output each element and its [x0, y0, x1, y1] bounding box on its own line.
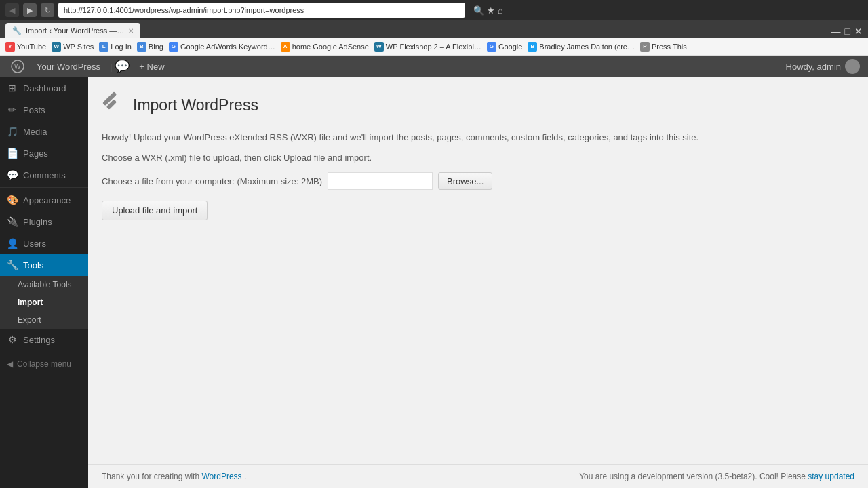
tools-icon: 🔧 — [7, 260, 18, 270]
appearance-icon: 🎨 — [7, 195, 18, 205]
close-tab-button[interactable]: ✕ — [128, 27, 134, 35]
file-input[interactable] — [328, 172, 433, 190]
version-text: You are using a development version (3.5… — [579, 472, 806, 481]
bookmark-login[interactable]: L Log In — [99, 42, 132, 52]
pressthis-favicon: P — [640, 42, 650, 52]
thank-you-text: Thank you for creating with — [102, 472, 199, 481]
tools-label: Tools — [23, 260, 43, 270]
google-favicon: G — [487, 42, 496, 52]
bookmark-adwords-label: Google AdWords Keyword… — [180, 43, 275, 51]
tab-bar: 🔧 Import ‹ Your WordPress —… ✕ — □ ✕ — [0, 20, 868, 38]
collapse-label: Collapse menu — [17, 359, 71, 369]
sidebar-item-users[interactable]: 👤 Users — [0, 232, 88, 254]
bookmark-flexishop[interactable]: W WP Flexishop 2 – A Flexibl… — [374, 42, 481, 52]
howdy-section: Howdy, admin — [786, 59, 860, 74]
settings-icon: ⚙ — [7, 334, 18, 345]
forward-button[interactable]: ▶ — [23, 3, 37, 17]
comments-icon: 💬 — [7, 169, 18, 180]
bookmarks-bar: Y YouTube W WP Sites L Log In B Bing G G… — [0, 38, 868, 56]
users-icon: 👤 — [7, 238, 18, 249]
bookmark-adsense[interactable]: A home Google AdSense — [281, 42, 369, 52]
bookmark-bradley[interactable]: B Bradley James Dalton (cre… — [528, 42, 635, 52]
sidebar-item-settings[interactable]: ⚙ Settings — [0, 329, 88, 350]
posts-label: Posts — [23, 105, 45, 115]
page-title: Import WordPress — [133, 96, 258, 115]
sidebar-item-posts[interactable]: ✏ Posts — [0, 99, 88, 121]
flexishop-favicon: W — [374, 42, 384, 52]
sidebar-item-pages[interactable]: 📄 Pages — [0, 142, 88, 164]
bookmark-adwords[interactable]: G Google AdWords Keyword… — [169, 42, 275, 52]
adsense-favicon: A — [281, 42, 290, 52]
site-footer: Thank you for creating with WordPress . … — [88, 464, 868, 488]
bookmark-google[interactable]: G Google — [487, 42, 522, 52]
active-tab[interactable]: 🔧 Import ‹ Your WordPress —… ✕ — [5, 23, 140, 38]
content-wrapper: Import WordPress Howdy! Upload your Word… — [88, 77, 868, 488]
pages-icon: 📄 — [7, 148, 18, 159]
home-icon[interactable]: ⌂ — [498, 5, 503, 16]
wp-logo[interactable]: W — [8, 57, 27, 76]
search-icon[interactable]: 🔍 — [473, 5, 484, 16]
menu-divider-2 — [0, 352, 88, 352]
bookmark-pressthis[interactable]: P Press This — [640, 42, 687, 52]
new-button[interactable]: + New — [132, 62, 171, 72]
bookmark-youtube[interactable]: Y YouTube — [5, 42, 46, 52]
submenu-available-tools[interactable]: Available Tools — [0, 276, 88, 293]
sidebar-item-plugins[interactable]: 🔌 Plugins — [0, 211, 88, 232]
reload-button[interactable]: ↻ — [41, 3, 54, 17]
wpsites-favicon: W — [52, 42, 61, 52]
address-bar[interactable]: http://127.0.0.1:4001/wordpress/wp-admin… — [58, 3, 465, 18]
bookmark-pressthis-label: Press This — [652, 43, 687, 51]
close-icon[interactable]: ✕ — [854, 26, 863, 37]
appearance-label: Appearance — [23, 195, 71, 205]
bookmark-bradley-label: Bradley James Dalton (cre… — [539, 43, 635, 51]
description-1: Howdy! Upload your WordPress eXtended RS… — [102, 131, 854, 144]
tools-submenu: Available Tools Import Export — [0, 276, 88, 329]
bookmark-wpsites[interactable]: W WP Sites — [52, 42, 94, 52]
sidebar-item-comments[interactable]: 💬 Comments — [0, 164, 88, 186]
stay-updated-link[interactable]: stay updated — [808, 472, 854, 481]
maximize-icon[interactable]: □ — [845, 26, 850, 37]
tab-title: Import ‹ Your WordPress —… — [26, 26, 124, 35]
collapse-arrow-icon: ◀ — [7, 359, 13, 369]
file-upload-label: Choose a file from your computer: (Maxim… — [102, 176, 322, 186]
plugins-label: Plugins — [23, 217, 52, 227]
tab-favicon: 🔧 — [12, 26, 22, 35]
bookmark-icon[interactable]: ★ — [487, 5, 495, 16]
bing-favicon: B — [137, 42, 146, 52]
main-layout: ⊞ Dashboard ✏ Posts 🎵 Media 📄 Pages 💬 Co… — [0, 77, 868, 488]
howdy-text: Howdy, admin — [786, 62, 841, 72]
browser-action-icons: 🔍 ★ ⌂ — [473, 5, 503, 16]
bookmark-adsense-label: home Google AdSense — [292, 43, 369, 51]
submenu-export[interactable]: Export — [0, 311, 88, 329]
bookmark-youtube-label: YouTube — [17, 43, 46, 51]
file-upload-row: Choose a file from your computer: (Maxim… — [102, 172, 854, 190]
dashboard-icon: ⊞ — [7, 83, 18, 94]
sidebar-item-media[interactable]: 🎵 Media — [0, 121, 88, 142]
pages-label: Pages — [23, 148, 48, 159]
posts-icon: ✏ — [7, 104, 18, 115]
sidebar-item-appearance[interactable]: 🎨 Appearance — [0, 189, 88, 211]
site-name[interactable]: Your WordPress — [30, 62, 107, 72]
users-label: Users — [23, 239, 46, 249]
footer-right: You are using a development version (3.5… — [579, 472, 854, 481]
collapse-menu-button[interactable]: ◀ Collapse menu — [0, 354, 88, 374]
bookmark-flexishop-label: WP Flexishop 2 – A Flexibl… — [386, 43, 481, 51]
wordpress-footer-link[interactable]: WordPress — [201, 472, 241, 481]
upload-button[interactable]: Upload file and import — [102, 201, 208, 220]
browser-window-controls: — □ ✕ — [831, 26, 863, 38]
browser-chrome: ◀ ▶ ↻ http://127.0.0.1:4001/wordpress/wp… — [0, 0, 868, 20]
page-header: Import WordPress — [102, 91, 854, 120]
submenu-import[interactable]: Import — [0, 293, 88, 311]
browse-button[interactable]: Browse... — [438, 172, 492, 190]
sidebar-item-dashboard[interactable]: ⊞ Dashboard — [0, 77, 88, 99]
content-area: Import WordPress Howdy! Upload your Word… — [88, 77, 868, 464]
sidebar: ⊞ Dashboard ✏ Posts 🎵 Media 📄 Pages 💬 Co… — [0, 77, 88, 488]
footer-period: . — [244, 472, 246, 481]
login-favicon: L — [99, 42, 108, 52]
bookmark-bing[interactable]: B Bing — [137, 42, 163, 52]
back-button[interactable]: ◀ — [5, 3, 19, 17]
sidebar-item-tools[interactable]: 🔧 Tools — [0, 254, 88, 276]
minimize-icon[interactable]: — — [831, 26, 841, 37]
adwords-favicon: G — [169, 42, 178, 52]
youtube-favicon: Y — [5, 42, 15, 52]
